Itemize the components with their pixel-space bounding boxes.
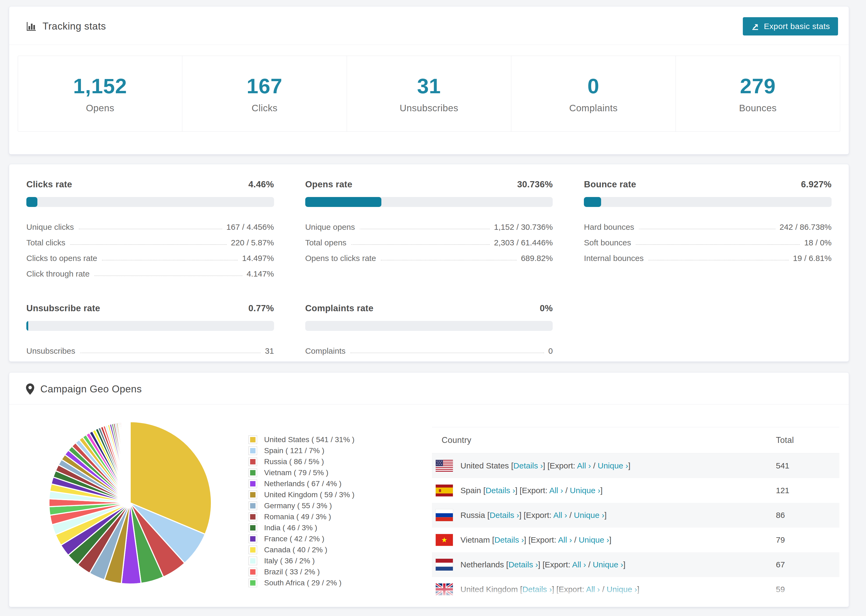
dotted-leader <box>639 229 775 229</box>
rate-row: Unique opens 1,152 / 30.736% <box>305 216 553 232</box>
rate-head: Unsubscribe rate 0.77% <box>26 303 274 313</box>
legend-label: Spain ( 121 / 7% ) <box>264 446 324 455</box>
export-all-link[interactable]: All › <box>558 535 572 544</box>
stat-value: 0 <box>587 74 599 98</box>
progress-bar <box>26 321 274 331</box>
dotted-leader <box>360 229 490 229</box>
legend-label: United States ( 541 / 31% ) <box>264 435 354 444</box>
geo-pie-legend: United States ( 541 / 31% ) Spain ( 121 … <box>216 409 402 607</box>
flag-icon-ru <box>436 509 453 521</box>
rate-row-label: Internal bounces <box>584 254 644 263</box>
tracking-stats-card: Tracking stats Export basic stats 1,152 … <box>9 6 849 154</box>
legend-item: Germany ( 55 / 3% ) <box>249 500 402 511</box>
rate-row-label: Unique opens <box>305 223 355 232</box>
rate-row: Unique clicks 167 / 4.456% <box>26 216 274 232</box>
geo-table-row-us: United States [Details ›] [Export: All ›… <box>432 453 839 478</box>
legend-item: Italy ( 36 / 2% ) <box>249 555 402 566</box>
map-pin-icon <box>26 383 35 395</box>
rate-title: Complaints rate <box>305 303 373 313</box>
rate-row-label: Opens to clicks rate <box>305 254 376 263</box>
rate-row-value: 18 / 0% <box>804 238 831 247</box>
country-name: Vietnam <box>460 535 490 544</box>
country-total: 67 <box>772 552 839 577</box>
legend-label: India ( 46 / 3% ) <box>264 523 317 532</box>
rate-row: Complaints 0 <box>305 340 553 355</box>
rate-block-complaints-rate: Complaints rate 0% Complaints 0 <box>305 303 553 355</box>
legend-label: Italy ( 36 / 2% ) <box>264 556 315 565</box>
export-all-link[interactable]: All › <box>572 560 586 569</box>
country-total: 59 <box>772 577 839 602</box>
rate-row-label: Total opens <box>305 238 346 247</box>
legend-item: Brazil ( 33 / 2% ) <box>249 566 402 577</box>
rate-row-value: 31 <box>265 346 274 355</box>
column-header-country: Country <box>432 427 772 453</box>
legend-item: Vietnam ( 79 / 5% ) <box>249 467 402 478</box>
details-link[interactable]: Details › <box>490 511 519 520</box>
dotted-leader <box>636 244 800 245</box>
stat-label: Clicks <box>252 103 277 113</box>
progress-bar-fill <box>26 197 38 207</box>
legend-swatch <box>249 556 257 565</box>
stat-label: Opens <box>86 103 114 113</box>
rate-block-bounce-rate: Bounce rate 6.927% Hard bounces 242 / 86… <box>584 179 831 278</box>
geo-pie-chart <box>44 409 216 607</box>
details-link[interactable]: Details › <box>513 461 543 470</box>
dotted-leader <box>350 353 544 353</box>
export-all-link[interactable]: All › <box>553 511 567 520</box>
stat-label: Complaints <box>569 103 617 113</box>
tracking-stats-title: Tracking stats <box>26 21 106 32</box>
export-unique-link[interactable]: Unique › <box>579 535 609 544</box>
rate-row-label: Clicks to opens rate <box>26 254 97 263</box>
legend-label: Germany ( 55 / 3% ) <box>264 501 332 510</box>
export-unique-link[interactable]: Unique › <box>574 511 604 520</box>
rate-head: Bounce rate 6.927% <box>584 179 831 190</box>
details-link[interactable]: Details › <box>508 560 538 569</box>
legend-swatch <box>249 446 257 455</box>
rate-row-label: Total clicks <box>26 238 65 247</box>
dotted-leader <box>649 260 789 261</box>
rate-block-clicks-rate: Clicks rate 4.46% Unique clicks 167 / 4.… <box>26 179 274 278</box>
geo-title: Campaign Geo Opens <box>26 383 142 395</box>
export-unique-link[interactable]: Unique › <box>607 585 637 594</box>
rate-title: Clicks rate <box>26 179 72 190</box>
rate-row: Clicks to opens rate 14.497% <box>26 247 274 263</box>
export-basic-stats-button[interactable]: Export basic stats <box>743 17 838 36</box>
export-unique-link[interactable]: Unique › <box>570 486 600 495</box>
rate-title: Opens rate <box>305 179 352 190</box>
rate-row-value: 220 / 5.87% <box>231 238 274 247</box>
legend-swatch <box>249 435 257 444</box>
stat-cell-opens: 1,152 Opens <box>18 56 182 131</box>
dotted-leader <box>79 229 222 229</box>
geo-table-box: Country Total United States [Details ›] … <box>402 409 839 607</box>
flag-icon-us <box>436 460 453 472</box>
legend-label: Netherlands ( 67 / 4% ) <box>264 479 342 488</box>
legend-item: Netherlands ( 67 / 4% ) <box>249 478 402 489</box>
details-link[interactable]: Details › <box>485 486 515 495</box>
rate-row-value: 2,303 / 61.446% <box>494 238 553 247</box>
legend-item: France ( 42 / 2% ) <box>249 533 402 544</box>
export-all-link[interactable]: All › <box>586 585 600 594</box>
details-link[interactable]: Details › <box>494 535 524 544</box>
flag-icon-es <box>436 485 453 497</box>
rate-row-value: 167 / 4.456% <box>227 223 274 232</box>
country-name: Spain <box>460 486 481 495</box>
rate-head: Clicks rate 4.46% <box>26 179 274 190</box>
export-unique-link[interactable]: Unique › <box>593 560 623 569</box>
campaign-geo-opens-card: Campaign Geo Opens United States ( 541 /… <box>9 372 849 607</box>
progress-bar <box>305 197 553 207</box>
export-all-link[interactable]: All › <box>549 486 563 495</box>
rate-head: Complaints rate 0% <box>305 303 553 313</box>
legend-label: Brazil ( 33 / 2% ) <box>264 567 320 576</box>
legend-item: Romania ( 49 / 3% ) <box>249 511 402 522</box>
legend-item: Canada ( 40 / 2% ) <box>249 544 402 555</box>
stat-value: 279 <box>740 74 776 98</box>
legend-swatch <box>249 512 257 521</box>
progress-bar <box>26 197 274 207</box>
stat-cell-clicks: 167 Clicks <box>182 56 347 131</box>
legend-swatch <box>249 579 257 587</box>
details-link[interactable]: Details › <box>522 585 552 594</box>
rate-block-opens-rate: Opens rate 30.736% Unique opens 1,152 / … <box>305 179 553 278</box>
export-all-link[interactable]: All › <box>577 461 591 470</box>
rates-grid: Clicks rate 4.46% Unique clicks 167 / 4.… <box>9 164 849 371</box>
export-unique-link[interactable]: Unique › <box>598 461 628 470</box>
